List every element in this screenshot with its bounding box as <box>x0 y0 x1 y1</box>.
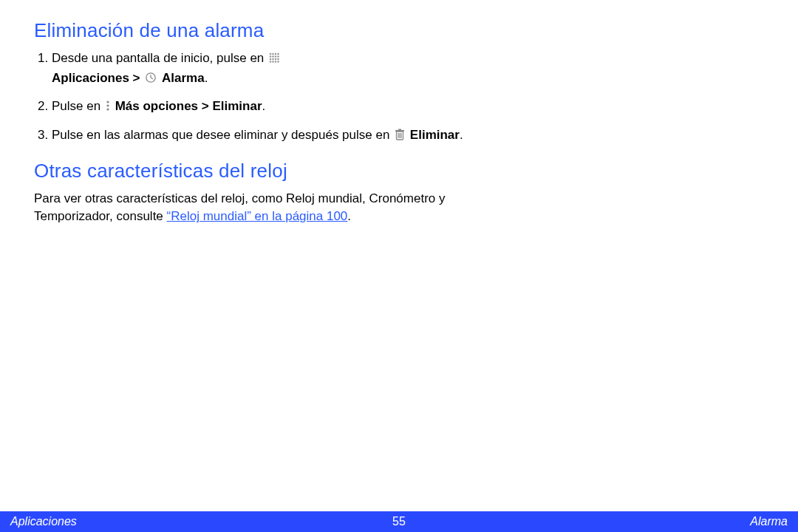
svg-point-9 <box>272 58 274 61</box>
step-1-bold-b: Alarma <box>162 71 205 85</box>
trash-icon <box>395 128 405 146</box>
step-2-bold: Más opciones > Eliminar <box>115 99 262 113</box>
footer-right: Alarma <box>750 515 788 528</box>
step-3: Pulse en las alarmas que desee eliminar … <box>52 126 477 146</box>
svg-rect-24 <box>398 129 401 130</box>
step-1-text-a: Desde una pantalla de inicio, pulse en <box>52 51 267 65</box>
svg-point-13 <box>272 61 274 63</box>
clock-icon <box>145 71 157 89</box>
step-2: Pulse en Más opciones > Eliminar. <box>52 98 477 117</box>
svg-point-1 <box>272 53 274 55</box>
svg-point-10 <box>275 58 277 61</box>
svg-point-12 <box>270 61 272 63</box>
footer-page-number: 55 <box>392 515 406 528</box>
step-2-tail: . <box>262 99 266 113</box>
svg-point-6 <box>275 55 277 58</box>
svg-point-3 <box>277 53 279 55</box>
more-vertical-icon <box>106 99 110 117</box>
other-features-paragraph: Para ver otras características del reloj… <box>34 190 477 226</box>
svg-line-18 <box>151 78 153 79</box>
svg-point-4 <box>270 55 272 58</box>
step-1: Desde una pantalla de inicio, pulse en A… <box>52 50 477 89</box>
svg-point-8 <box>270 58 272 61</box>
heading-other-features: Otras características del reloj <box>34 160 477 183</box>
svg-point-5 <box>272 55 274 58</box>
svg-rect-23 <box>395 130 404 132</box>
step-3-text-a: Pulse en las alarmas que desee eliminar … <box>52 128 393 142</box>
svg-point-20 <box>106 105 109 107</box>
steps-list: Desde una pantalla de inicio, pulse en A… <box>34 50 477 146</box>
svg-point-15 <box>277 61 279 63</box>
para-tail: . <box>347 209 351 223</box>
svg-point-11 <box>277 58 279 61</box>
svg-point-21 <box>106 109 109 111</box>
svg-point-19 <box>106 101 109 103</box>
svg-point-0 <box>270 53 272 55</box>
step-1-bold-a: Aplicaciones > <box>52 71 143 85</box>
world-clock-link[interactable]: “Reloj mundial” en la página 100 <box>167 209 348 223</box>
page-content: Eliminación de una alarma Desde una pant… <box>0 0 511 226</box>
page-footer: Aplicaciones 55 Alarma <box>0 511 798 532</box>
heading-delete-alarm: Eliminación de una alarma <box>34 19 477 42</box>
footer-left: Aplicaciones <box>10 515 77 528</box>
step-1-tail: . <box>205 71 208 85</box>
apps-grid-icon <box>269 51 280 69</box>
step-3-bold: Eliminar <box>410 128 460 142</box>
svg-point-7 <box>277 55 279 58</box>
svg-point-2 <box>275 53 277 55</box>
svg-point-14 <box>275 61 277 63</box>
step-3-tail: . <box>460 128 463 142</box>
step-2-text-a: Pulse en <box>52 99 104 113</box>
